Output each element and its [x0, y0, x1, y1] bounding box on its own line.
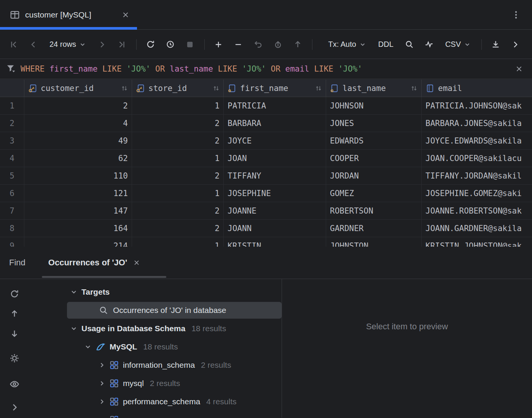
chart-button[interactable] — [421, 36, 438, 53]
cell-customer-id[interactable]: 2 — [24, 97, 132, 114]
cell-last-name[interactable]: JOHNSON — [326, 97, 422, 114]
cell-store-id[interactable]: 2 — [132, 132, 224, 149]
column-header-store-id[interactable]: store_id — [132, 80, 224, 97]
cell-last-name[interactable]: JONES — [326, 115, 422, 132]
selected-target-row[interactable]: Occurrences of 'JO' in database — [67, 302, 282, 319]
cell-customer-id[interactable]: 62 — [24, 150, 132, 167]
more-options-icon[interactable] — [508, 7, 524, 22]
cell-email[interactable]: BARBARA.JONES@sakila — [422, 115, 532, 132]
tab-find[interactable]: Find — [9, 258, 25, 268]
tree-node-targets[interactable]: Targets — [29, 283, 282, 301]
cell-store-id[interactable]: 1 — [132, 150, 224, 167]
cell-first-name[interactable]: PATRICIA — [224, 97, 326, 114]
search-button[interactable] — [401, 36, 418, 53]
cell-first-name[interactable]: KRISTIN — [224, 237, 326, 247]
filter-close-icon[interactable] — [512, 62, 526, 76]
cell-customer-id[interactable]: 49 — [24, 132, 132, 149]
tx-mode-dropdown[interactable]: Tx: Auto — [323, 36, 370, 53]
chevron-down-icon[interactable] — [84, 343, 92, 351]
first-page-button[interactable] — [5, 36, 22, 53]
cell-customer-id[interactable]: 164 — [24, 220, 132, 237]
filter-expression[interactable]: WHERE first_name LIKE 'JO%' OR last_name… — [21, 64, 362, 73]
expand-chevron-icon[interactable] — [7, 400, 22, 415]
prev-page-button[interactable] — [25, 36, 42, 53]
export-format-dropdown[interactable]: CSV — [441, 36, 475, 53]
chevron-right-icon[interactable] — [98, 416, 106, 418]
toolbar-expand-chevron[interactable] — [507, 36, 524, 53]
refresh-button[interactable] — [142, 36, 159, 53]
cell-email[interactable]: JOANNE.ROBERTSON@sak — [422, 202, 532, 219]
revert-button[interactable] — [269, 36, 286, 53]
sort-icon[interactable] — [411, 85, 417, 92]
cell-first-name[interactable]: JOSEPHINE — [224, 185, 326, 202]
rerun-search-icon[interactable] — [7, 286, 22, 302]
next-occurrence-icon[interactable] — [7, 326, 22, 341]
tab-close-icon[interactable] — [122, 11, 129, 19]
table-row[interactable]: 8 164 2 JOANN GARDNER JOANN.GARDNER@saki… — [0, 220, 532, 237]
table-row[interactable]: 7 147 2 JOANNE ROBERTSON JOANNE.ROBERTSO… — [0, 202, 532, 220]
last-page-button[interactable] — [113, 36, 130, 53]
sort-icon[interactable] — [121, 85, 128, 92]
cell-last-name[interactable]: EDWARDS — [326, 132, 422, 149]
tree-node-mysql[interactable]: MySQL 18 results — [29, 338, 282, 356]
tree-node-schema-partial[interactable] — [29, 411, 282, 418]
column-header-first-name[interactable]: first_name — [224, 80, 326, 97]
undo-button[interactable] — [250, 36, 266, 53]
cell-store-id[interactable]: 2 — [132, 115, 224, 132]
cell-email[interactable]: JOSEPHINE.GOMEZ@saki — [422, 185, 532, 202]
cell-customer-id[interactable]: 4 — [24, 115, 132, 132]
tree-node-target-selected[interactable]: Occurrences of 'JO' in database — [29, 301, 282, 319]
chevron-right-icon[interactable] — [98, 380, 106, 387]
cell-store-id[interactable]: 1 — [132, 237, 224, 247]
cell-email[interactable]: PATRICIA.JOHNSON@sak — [422, 97, 532, 114]
cell-first-name[interactable]: JOAN — [224, 150, 326, 167]
cell-first-name[interactable]: JOANN — [224, 220, 326, 237]
cell-store-id[interactable]: 2 — [132, 167, 224, 184]
cell-customer-id[interactable]: 110 — [24, 167, 132, 184]
tab-close-icon[interactable] — [133, 259, 140, 266]
table-row[interactable]: 1 2 1 PATRICIA JOHNSON PATRICIA.JOHNSON@… — [0, 97, 532, 115]
cell-email[interactable]: JOAN.COOPER@sakilacu — [422, 150, 532, 167]
row-number-header[interactable] — [0, 80, 24, 97]
tree-node-schema[interactable]: performance_schema 4 results — [29, 392, 282, 411]
submit-button[interactable] — [289, 36, 306, 53]
cell-last-name[interactable]: GARDNER — [326, 220, 422, 237]
stop-button[interactable] — [182, 36, 198, 53]
sort-icon[interactable] — [213, 85, 220, 92]
cell-last-name[interactable]: ROBERTSON — [326, 202, 422, 219]
cell-first-name[interactable]: BARBARA — [224, 115, 326, 132]
cell-last-name[interactable]: JORDAN — [326, 167, 422, 184]
table-row[interactable]: 2 4 2 BARBARA JONES BARBARA.JONES@sakila — [0, 115, 532, 132]
cell-email[interactable]: JOANN.GARDNER@sakila — [422, 220, 532, 237]
cell-email[interactable]: TIFFANY.JORDAN@sakil — [422, 167, 532, 184]
download-button[interactable] — [487, 36, 504, 53]
chevron-down-icon[interactable] — [70, 288, 78, 296]
cell-last-name[interactable]: JOHNSTON — [326, 237, 422, 247]
tree-node-schema[interactable]: mysql 2 results — [29, 374, 282, 392]
cell-email[interactable]: KRISTIN.JOHNSTON@sak — [422, 237, 532, 247]
sort-icon[interactable] — [315, 85, 322, 92]
tree-node-usage[interactable]: Usage in Database Schema 18 results — [29, 319, 282, 338]
cell-store-id[interactable]: 2 — [132, 220, 224, 237]
cell-first-name[interactable]: JOYCE — [224, 132, 326, 149]
tab-customer-mysql[interactable]: customer [MySQL] — [0, 0, 137, 29]
table-row[interactable]: 4 62 1 JOAN COOPER JOAN.COOPER@sakilacu — [0, 150, 532, 167]
execution-history-icon[interactable] — [162, 36, 178, 53]
column-header-customer-id[interactable]: customer_id — [24, 80, 132, 97]
cell-store-id[interactable]: 2 — [132, 202, 224, 219]
cell-email[interactable]: JOYCE.EDWARDS@sakila — [422, 132, 532, 149]
tab-occurrences[interactable]: Occurrences of 'JO' — [48, 258, 140, 268]
column-header-email[interactable]: email — [422, 80, 532, 97]
filter-icon[interactable] — [6, 64, 16, 74]
delete-row-button[interactable] — [230, 36, 247, 53]
chevron-right-icon[interactable] — [98, 398, 106, 405]
table-row[interactable]: 5 110 2 TIFFANY JORDAN TIFFANY.JORDAN@sa… — [0, 167, 532, 185]
cell-customer-id[interactable]: 121 — [24, 185, 132, 202]
chevron-down-icon[interactable] — [70, 325, 78, 332]
cell-customer-id[interactable]: 147 — [24, 202, 132, 219]
table-row[interactable]: 6 121 1 JOSEPHINE GOMEZ JOSEPHINE.GOMEZ@… — [0, 185, 532, 202]
previous-occurrence-icon[interactable] — [7, 306, 22, 321]
page-size-dropdown[interactable]: 24 rows — [45, 36, 91, 53]
add-row-button[interactable] — [210, 36, 227, 53]
cell-last-name[interactable]: GOMEZ — [326, 185, 422, 202]
